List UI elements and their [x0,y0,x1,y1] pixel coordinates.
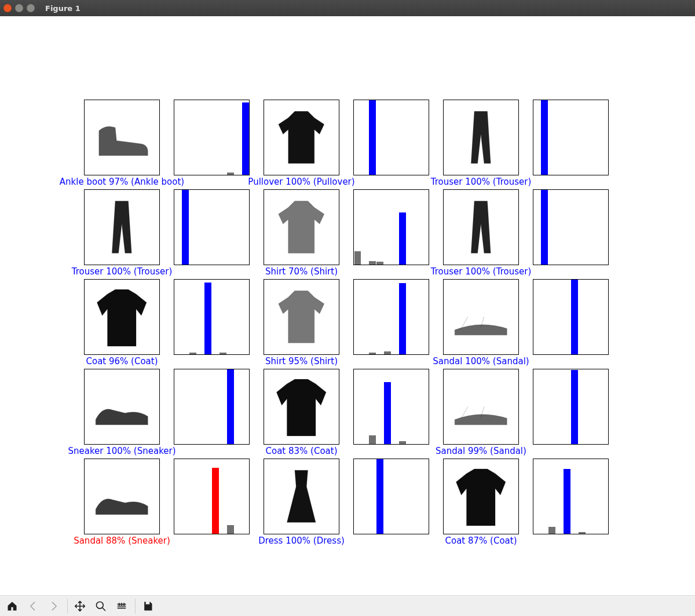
save-button[interactable] [138,598,158,614]
prediction-caption-12: Sandal 88% (Sneaker) [53,536,192,546]
bar-sneaker [227,369,234,444]
bar-sneaker [227,525,234,534]
pan-button[interactable] [70,598,90,614]
bar-tshirttop [354,251,361,265]
sample-image-9 [84,369,160,445]
sample-image-14 [443,459,519,534]
sample-image-12 [84,459,160,534]
bar-coat [204,283,211,354]
clothing-glyph [264,100,339,175]
bar-shirt [220,353,226,354]
window-title: Figure 1 [45,4,81,13]
toolbar-separator [67,599,68,614]
probability-bars-9 [174,369,250,445]
forward-icon [48,600,60,612]
pan-icon [74,600,86,612]
bar-coat [384,351,391,354]
bar-pullover [369,100,376,175]
sample-image-11 [443,369,519,445]
bar-sandal [571,280,578,354]
prediction-caption-1: Pullover 100% (Pullover) [232,177,371,187]
prediction-caption-13: Dress 100% (Dress) [232,536,371,546]
home-icon [6,600,18,612]
zoom-button[interactable] [91,598,111,614]
probability-bars-2 [533,100,609,175]
bar-shirt [399,441,406,444]
clothing-glyph [85,280,159,354]
bar-pullover [369,353,376,354]
clothing-glyph [85,100,159,175]
sample-image-1 [264,100,339,175]
probability-bars-1 [353,100,429,175]
matplotlib-toolbar [0,595,695,616]
zoom-icon [95,600,107,612]
probability-bars-5 [533,189,609,265]
prediction-caption-0: Ankle boot 97% (Ankle boot) [53,177,192,187]
bar-pullover [548,527,555,534]
probability-bars-8 [533,279,609,355]
bar-coat [384,382,391,444]
bar-shirt [399,212,406,265]
clothing-glyph [85,459,159,534]
sample-image-5 [443,189,519,265]
minimize-icon[interactable] [15,4,23,12]
clothing-glyph [85,369,159,444]
sample-image-8 [443,279,519,355]
bar-trouser [541,100,548,175]
clothing-glyph [444,369,518,444]
prediction-caption-9: Sneaker 100% (Sneaker) [53,446,192,456]
clothing-glyph [264,190,339,265]
sample-image-6 [84,279,160,355]
bar-pullover [369,261,376,265]
window-titlebar: Figure 1 [0,0,695,16]
sample-image-4 [264,189,339,265]
prediction-caption-7: Shirt 95% (Shirt) [232,356,371,366]
prediction-caption-11: Sandal 99% (Sandal) [412,446,551,456]
back-icon [27,600,39,612]
figure-canvas[interactable]: Ankle boot 97% (Ankle boot)Pullover 100%… [0,16,695,595]
bar-pullover [189,353,196,354]
probability-bars-0 [174,100,250,175]
sample-image-2 [443,100,519,175]
probability-bars-7 [353,279,429,355]
clothing-glyph [264,459,339,534]
clothing-glyph [444,100,518,175]
prediction-caption-14: Coat 87% (Coat) [412,536,551,546]
bar-sandal [212,468,219,534]
close-icon[interactable] [3,4,12,12]
prediction-caption-10: Coat 83% (Coat) [232,446,371,456]
probability-bars-6 [174,279,250,355]
back-button [23,598,43,614]
sample-image-0 [84,100,160,175]
prediction-caption-5: Trouser 100% (Trouser) [412,266,551,277]
probability-bars-11 [533,369,609,445]
bar-dress [376,459,383,534]
bar-pullover [369,435,376,444]
prediction-caption-4: Shirt 70% (Shirt) [232,266,371,277]
clothing-glyph [444,280,518,354]
probability-bars-4 [353,189,429,265]
sample-image-3 [84,189,160,265]
sample-image-7 [264,279,339,355]
save-icon [142,600,153,612]
probability-bars-10 [353,369,429,445]
forward-button [44,598,64,614]
clothing-glyph [85,190,159,265]
probability-bars-13 [353,459,429,534]
prediction-caption-2: Trouser 100% (Trouser) [412,177,551,187]
probability-bars-3 [174,189,250,265]
clothing-glyph [444,459,518,534]
bar-sneaker [227,173,234,175]
bar-ankleboot [242,102,249,175]
bar-trouser [541,190,548,265]
sample-image-10 [264,369,339,445]
bar-trouser [182,190,189,265]
home-button[interactable] [2,598,22,614]
sample-image-13 [264,459,339,534]
subplots-button[interactable] [112,598,131,614]
probability-bars-14 [533,459,609,534]
bar-shirt [579,532,586,534]
bar-shirt [399,283,406,354]
maximize-icon[interactable] [27,4,35,12]
clothing-glyph [444,190,518,265]
